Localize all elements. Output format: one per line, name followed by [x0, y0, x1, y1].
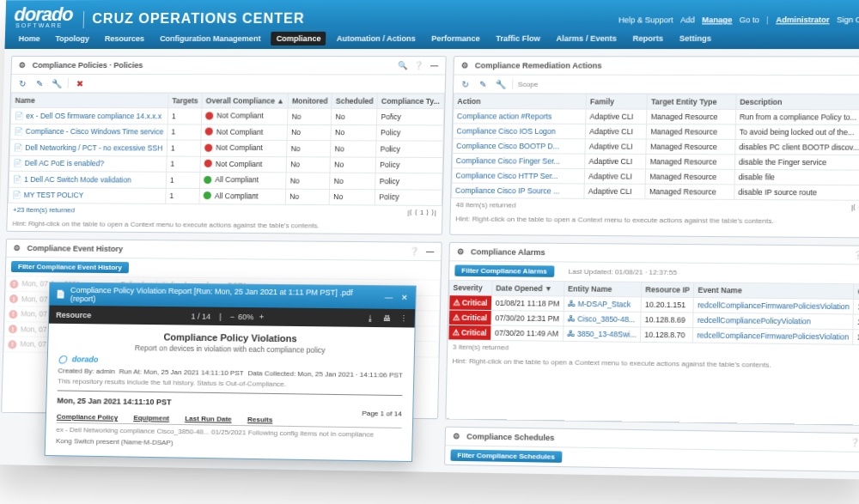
policy-name-link[interactable]: 📄 Dell Networking / PCT - no excessive S… [14, 143, 162, 153]
policy-name-link[interactable]: 📄 ex - Dell OS firmware compliance 14.x.… [15, 112, 161, 120]
remediation-toolbar: ↻ ✎ 🔧 Scope [453, 75, 859, 94]
nav-home[interactable]: Home [14, 32, 46, 46]
table-row[interactable]: Compliance Cisco IOS LogonAdaptive CLIMa… [453, 124, 859, 140]
col-overall[interactable]: Overall Compliance ▲ [202, 94, 289, 108]
edit-icon[interactable]: ✎ [476, 78, 489, 90]
gear-icon[interactable]: ⚙ [17, 60, 27, 70]
help-icon[interactable]: ❔ [413, 60, 424, 70]
event-name-link[interactable]: redcellComplianceFirmwarePoliciesViolati… [698, 301, 850, 311]
gear-icon[interactable]: ⚙ [450, 431, 461, 442]
goto-link[interactable]: Go to [740, 15, 759, 24]
wrench-icon[interactable]: 🔧 [494, 78, 507, 90]
entity-link[interactable]: 🖧 Cisco_3850-48... [567, 314, 635, 324]
action-link[interactable]: Compliance action #Reports [457, 112, 551, 120]
search-icon[interactable]: 🔍 [397, 60, 408, 70]
product-title: CRUZ OPERATIONS CENTER [82, 11, 305, 28]
action-link[interactable]: Compliance Cisco BOOTP D... [456, 142, 559, 151]
zoom-in-icon[interactable]: ＋ [257, 311, 265, 322]
table-row[interactable]: 📄 ex - Dell OS firmware compliance 14.x.… [10, 107, 443, 124]
policy-name-link[interactable]: 📄 Dell AC PoE is enabled? [13, 159, 104, 168]
policy-name-link[interactable]: 📄 MY TEST POLICY [12, 191, 83, 200]
nav-compliance[interactable]: Compliance [271, 32, 326, 46]
nav-automation[interactable]: Automation / Actions [331, 32, 421, 46]
help-icon[interactable]: ❔ [856, 60, 859, 70]
col-type[interactable]: Compliance Ty... [377, 94, 444, 108]
signout-link[interactable]: Sign Out [837, 15, 859, 24]
nav-config-mgmt[interactable]: Configuration Management [155, 32, 266, 46]
download-icon[interactable]: ⭳ [366, 313, 374, 322]
minimize-icon[interactable]: — [424, 246, 436, 257]
col-name[interactable]: Name [11, 93, 168, 107]
col-targets[interactable]: Targets [168, 94, 203, 108]
col-count[interactable]: Count [854, 284, 859, 300]
gear-icon[interactable]: ⚙ [459, 60, 470, 70]
col-date[interactable]: Date Opened ▼ [491, 281, 564, 296]
delete-icon[interactable]: ✖ [74, 77, 86, 89]
wrench-icon[interactable]: 🔧 [51, 77, 63, 89]
nav-alarms[interactable]: Alarms / Events [551, 32, 622, 46]
action-link[interactable]: Compliance Cisco HTTP Ser... [455, 171, 557, 180]
pager-last-icon[interactable]: ⟩| [432, 209, 436, 216]
nav-performance[interactable]: Performance [426, 32, 485, 46]
nav-topology[interactable]: Topology [50, 32, 94, 46]
col-severity[interactable]: Severity [449, 280, 492, 295]
action-link[interactable]: Compliance Cisco Finger Ser... [456, 156, 560, 166]
table-row[interactable]: 📄 Dell Networking / PCT - no excessive S… [9, 139, 442, 157]
report-body-note: This repository results include the full… [58, 377, 403, 390]
nav-resources[interactable]: Resources [100, 32, 149, 46]
table-row[interactable]: Compliance Cisco BOOTP D...Adaptive CLIM… [452, 138, 859, 155]
help-icon[interactable]: ❔ [850, 437, 859, 448]
table-row[interactable]: Compliance action #ReportsAdaptive CLIMa… [453, 109, 859, 125]
modal-minimize-icon[interactable]: — [383, 292, 394, 302]
col-target-type[interactable]: Target Entity Type [647, 94, 735, 110]
edit-icon[interactable]: ✎ [34, 77, 46, 89]
remediation-table: Action Family Target Entity Type Descrip… [451, 94, 859, 201]
gear-icon[interactable]: ⚙ [11, 243, 21, 253]
remediation-pager: |⟨ ⟨ 1 ⟩ ⟩| [851, 203, 859, 212]
nav-settings[interactable]: Settings [673, 32, 716, 46]
alarms-filter-button[interactable]: Filter Compliance Alarms [454, 264, 554, 276]
nav-reports[interactable]: Reports [627, 32, 668, 46]
schedules-filter-button[interactable]: Filter Compliance Schedules [450, 449, 562, 463]
gear-icon[interactable]: ⚙ [454, 246, 466, 257]
zoom-out-icon[interactable]: − [230, 312, 235, 320]
col-scheduled[interactable]: Scheduled [332, 94, 377, 108]
col-event-name[interactable]: Event Name [694, 282, 855, 299]
schedules-title: Compliance Schedules [466, 432, 555, 442]
nav-traffic[interactable]: Traffic Flow [490, 32, 545, 46]
table-row[interactable]: 📄 MY TEST POLICY1All CompliantNoNoPolicy [9, 187, 442, 206]
col-resource-ip[interactable]: Resource IP [642, 282, 694, 297]
action-link[interactable]: Compliance Cisco IP Source ... [455, 186, 560, 196]
entity-link[interactable]: 🖧 M-DSAP_Stack [568, 300, 631, 309]
more-icon[interactable]: ⋮ [399, 314, 407, 323]
col-family[interactable]: Family [586, 94, 647, 110]
pager-prev-icon[interactable]: ⟨ [415, 209, 417, 216]
policy-name-link[interactable]: 📄 1 Dell AC Switch Mode validation [13, 175, 131, 185]
user-account-link[interactable]: Administrator [776, 15, 829, 24]
pager-first-icon[interactable]: |⟨ [407, 209, 411, 216]
help-support-link[interactable]: Help & Support [618, 15, 673, 24]
col-description[interactable]: Description [735, 94, 859, 110]
col-action[interactable]: Action [454, 94, 587, 109]
print-icon[interactable]: 🖶 [383, 313, 391, 322]
action-link[interactable]: Compliance Cisco IOS Logon [457, 126, 556, 136]
refresh-icon[interactable]: ↻ [459, 78, 472, 90]
modal-close-icon[interactable]: ✕ [399, 293, 411, 303]
help-icon[interactable]: ❔ [409, 246, 420, 257]
minimize-icon[interactable]: — [429, 60, 440, 70]
pager-first-icon[interactable]: |⟨ [851, 203, 856, 211]
entity-link[interactable]: 🖧 3850_13-48Swi... [567, 330, 637, 339]
refresh-icon[interactable]: ↻ [16, 77, 28, 89]
policies-count[interactable]: +23 item(s) returned [13, 206, 75, 215]
manage-link[interactable]: Manage [702, 15, 732, 24]
table-row[interactable]: 📄 Compliance - Cisco Windows Time servic… [10, 124, 443, 141]
pager-next-icon[interactable]: ⟩ [426, 209, 429, 216]
event-name-link[interactable]: redcellCompliancePolicyViolation [698, 316, 811, 326]
col-monitored[interactable]: Monitored [288, 94, 332, 108]
event-name-link[interactable]: redcellComplianceFirmwarePoliciesViolati… [697, 331, 849, 341]
add-link[interactable]: Add [680, 15, 695, 24]
help-icon[interactable]: ❔ [853, 250, 859, 261]
col-entity[interactable]: Entity Name [564, 282, 642, 297]
event-filter-button[interactable]: Filter Compliance Event History [11, 261, 129, 273]
policy-name-link[interactable]: 📄 Compliance - Cisco Windows Time servic… [14, 127, 163, 137]
